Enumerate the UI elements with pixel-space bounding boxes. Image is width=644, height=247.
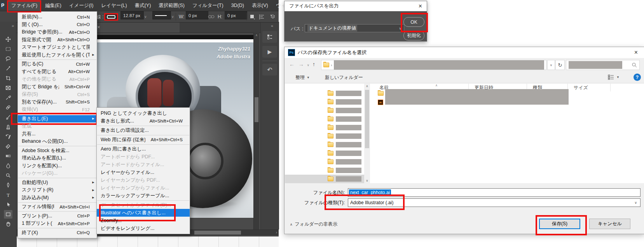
- menu-item[interactable]: Web 用に保存 (従来)...Alt+Shift+Ctrl+S: [97, 136, 190, 144]
- menu-item[interactable]: 終了(X)Ctrl+Q: [18, 229, 97, 237]
- sort-ascending-icon[interactable]: ∧: [435, 84, 438, 87]
- menu-item[interactable]: 復帰(V)F12: [18, 106, 97, 114]
- tree-folder-row[interactable]: [285, 149, 364, 158]
- menu-item[interactable]: 読み込み(M)▶: [18, 194, 97, 202]
- menu-item[interactable]: カラールックアップテーブル...: [97, 192, 190, 200]
- menu-item[interactable]: レイヤーカンプからファイル...: [97, 184, 190, 192]
- forward-icon[interactable]: →: [298, 61, 304, 67]
- menu-item[interactable]: Aero 用に書き出し...: [97, 145, 190, 153]
- rectangle-tool[interactable]: [4, 210, 12, 219]
- menu-item[interactable]: 指定形式で開く...Alt+Shift+Ctrl+O: [18, 36, 97, 44]
- scroll-up-icon[interactable]: ∧: [364, 84, 370, 88]
- stroke-style-dropdown[interactable]: [152, 11, 171, 19]
- menubar-item-3[interactable]: レイヤー(L): [98, 0, 131, 11]
- menu-item[interactable]: パッケージ(G)...: [18, 170, 97, 177]
- tree-scroll-thumb[interactable]: [365, 90, 369, 148]
- link-dimensions-icon[interactable]: [208, 11, 215, 22]
- menu-item[interactable]: Behance へ公開(D)...: [18, 138, 97, 145]
- menu-item[interactable]: 別名で保存(A)...Shift+Ctrl+S: [18, 98, 97, 106]
- organize-button[interactable]: 整理▼: [295, 74, 310, 81]
- hand-tool[interactable]: [4, 220, 12, 228]
- view-options-button[interactable]: ▼: [608, 74, 620, 80]
- clone-stamp-tool[interactable]: [4, 123, 12, 131]
- path-arrangement-icon[interactable]: [270, 11, 276, 22]
- menu-item[interactable]: 閉じて Bridge を起動...Shift+Ctrl+W: [18, 83, 97, 91]
- menu-item[interactable]: Illustrator へのパス書き出し...: [97, 209, 190, 217]
- crop-tool[interactable]: [4, 74, 12, 82]
- menu-item[interactable]: ビデオをレンダリング...: [97, 224, 190, 232]
- magic-wand-tool[interactable]: [4, 64, 12, 73]
- hide-folders-button[interactable]: ∧ フォルダーの非表示: [290, 221, 337, 228]
- menu-item[interactable]: レイヤーカンプから PDF...: [97, 176, 190, 184]
- close-icon[interactable]: ×: [631, 49, 641, 56]
- tree-folder-row[interactable]: [285, 175, 364, 183]
- menu-item[interactable]: ファイル情報(F)...Alt+Shift+Ctrl+I: [18, 203, 97, 211]
- tree-folder-row[interactable]: [285, 98, 364, 106]
- menu-item[interactable]: 開く(O)...Ctrl+O: [18, 21, 97, 29]
- menubar-item-8[interactable]: 表示(V): [248, 0, 272, 11]
- path-dropdown[interactable]: ドキュメントの境界値 ∨: [305, 24, 404, 32]
- collapse-dock-icon[interactable]: «: [271, 23, 273, 28]
- menu-item[interactable]: 書き出し形式...Alt+Shift+Ctrl+W: [97, 117, 190, 125]
- menu-item[interactable]: アートボードからファイル...: [97, 161, 190, 168]
- history-chevron-icon[interactable]: ∨: [307, 63, 309, 67]
- cancel-button[interactable]: キャンセル: [589, 219, 630, 229]
- type-tool[interactable]: T: [4, 191, 12, 199]
- address-bar[interactable]: ›: [321, 60, 546, 70]
- tree-folder-row[interactable]: [285, 140, 364, 149]
- menu-item[interactable]: 新規(N)...Ctrl+N: [18, 13, 97, 21]
- close-icon[interactable]: ×: [419, 3, 422, 9]
- ai-file-icon[interactable]: Ai: [378, 100, 383, 105]
- new-folder-button[interactable]: 新しいフォルダー: [325, 74, 363, 81]
- menu-item[interactable]: その他を閉じるAlt+Ctrl+P: [18, 75, 97, 83]
- eraser-tool[interactable]: [4, 142, 12, 151]
- chevron-down-icon[interactable]: ∨: [170, 11, 175, 22]
- search-box[interactable]: [566, 60, 640, 70]
- folder-icon[interactable]: [378, 91, 384, 96]
- menubar-item-6[interactable]: フィルター(T): [188, 0, 227, 11]
- vertical-scroll-thumb[interactable]: [255, 97, 258, 122]
- move-tool[interactable]: [4, 35, 12, 44]
- chevron-down-icon[interactable]: ∨: [143, 11, 148, 22]
- history-panel-icon[interactable]: ↶: [262, 64, 277, 75]
- menu-item[interactable]: Adobe Stock を検索...: [18, 147, 97, 155]
- height-field[interactable]: 0 px: [225, 11, 247, 19]
- history-brush-tool[interactable]: [4, 132, 12, 141]
- menubar-item-1[interactable]: 編集(E): [41, 0, 65, 11]
- menu-item[interactable]: スマートオブジェクトとして開く...: [18, 44, 97, 51]
- blur-tool[interactable]: [4, 161, 12, 170]
- lasso-tool[interactable]: [4, 54, 12, 63]
- help-icon[interactable]: ?: [634, 74, 641, 81]
- width-field[interactable]: 0 px: [186, 11, 208, 19]
- tree-folder-row[interactable]: [285, 132, 364, 140]
- back-icon[interactable]: ←: [289, 61, 295, 67]
- tree-folder-row[interactable]: [285, 89, 364, 98]
- menu-item[interactable]: 保存(S)Ctrl+S: [18, 91, 97, 98]
- menu-item[interactable]: Bridge で参照(B)...Alt+Ctrl+O: [18, 28, 97, 36]
- menu-item[interactable]: スクリプト(R)▶: [18, 186, 97, 194]
- column-header-3[interactable]: サイズ: [568, 84, 611, 91]
- menubar-item-7[interactable]: 3D(D): [227, 0, 248, 11]
- menu-item[interactable]: アートボードから PDF...: [97, 153, 190, 161]
- tree-folder-row[interactable]: [285, 158, 364, 166]
- scroll-up-icon[interactable]: ∧: [254, 33, 259, 37]
- stroke-width-field[interactable]: 12.87 px: [120, 11, 144, 19]
- menu-item[interactable]: 自動処理(U)▶: [18, 179, 97, 187]
- menu-item[interactable]: すべてを閉じるAlt+Ctrl+W: [18, 68, 97, 76]
- marquee-tool[interactable]: [4, 45, 12, 53]
- scroll-down-icon[interactable]: ∨: [364, 179, 370, 182]
- close-tab-icon[interactable]: ×: [97, 24, 100, 30]
- tree-folder-row[interactable]: [285, 106, 364, 115]
- menu-item[interactable]: PNG としてクイック書き出し: [97, 109, 190, 117]
- gradient-tool[interactable]: [4, 152, 12, 160]
- menu-item[interactable]: レイヤーからファイル...: [97, 168, 190, 176]
- tree-scrollbar[interactable]: ∧ ∨: [364, 84, 370, 183]
- menubar-item-5[interactable]: 選択範囲(S): [155, 0, 188, 11]
- tree-folder-row[interactable]: [285, 123, 364, 132]
- menu-item[interactable]: Zoomify...: [97, 217, 190, 224]
- menu-item[interactable]: 最近使用したファイルを開く(T)▶: [18, 51, 97, 59]
- path-operations-icon[interactable]: [250, 11, 255, 22]
- path-alignment-icon[interactable]: [259, 11, 265, 22]
- menu-item[interactable]: 閉じる(C)Ctrl+W: [18, 60, 97, 68]
- menu-item[interactable]: 生成: [18, 123, 97, 130]
